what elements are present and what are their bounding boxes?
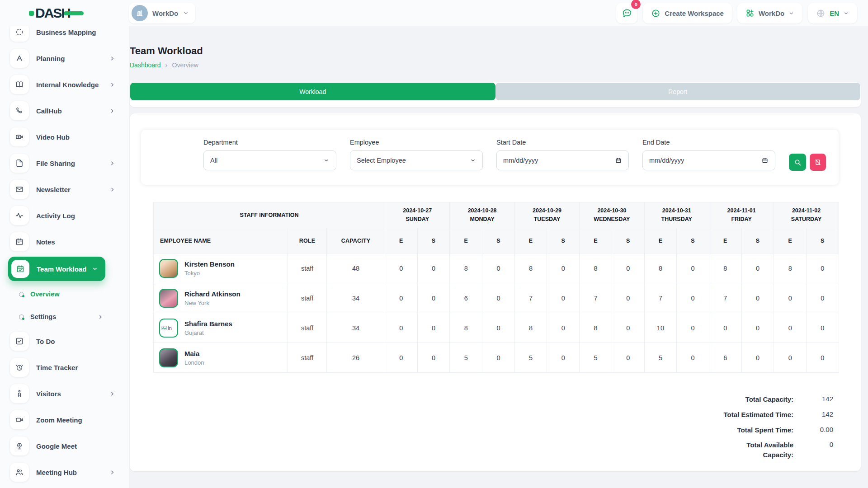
value-cell: 8 (709, 253, 741, 283)
value-cell: 0 (741, 313, 774, 343)
day-header-friday: 2024-11-01FRIDAY (709, 202, 774, 228)
sidebar-item-label: Video Hub (36, 133, 115, 141)
sidebar-item-team-workload[interactable]: Team Workload (8, 257, 105, 281)
value-cell: 7 (644, 283, 677, 313)
value-cell: 0 (385, 313, 418, 343)
calendar-check-icon (11, 260, 29, 278)
activity-icon (10, 206, 29, 225)
staff-information-header: STAFF INFORMATION (154, 202, 385, 228)
sidebar-item-video-hub[interactable]: Video Hub (0, 124, 129, 150)
sidebar: Business Mapping Planning Internal Knowl… (0, 26, 129, 488)
sidebar-item-visitors[interactable]: Visitors (0, 380, 129, 407)
sidebar-item-planning[interactable]: Planning (0, 45, 129, 71)
value-cell: 0 (547, 283, 580, 313)
workspace-selector[interactable]: WorkDo (129, 3, 195, 23)
sidebar-item-business-mapping[interactable]: Business Mapping (0, 26, 129, 45)
capacity-cell: 34 (327, 313, 385, 343)
role-cell: staff (288, 343, 327, 373)
phone-icon (10, 101, 29, 120)
reset-button[interactable] (810, 154, 826, 171)
capacity-cell: 48 (327, 253, 385, 283)
logo-dot (29, 11, 34, 16)
sidebar-item-internal-knowledge[interactable]: Internal Knowledge (0, 71, 129, 98)
sidebar-item-newsletter[interactable]: Newsletter (0, 176, 129, 202)
capacity-cell: 34 (327, 283, 385, 313)
table-row: Richard Atkinson New York staff 34 00 60… (154, 283, 839, 313)
employee-location: New York (184, 300, 241, 306)
value-cell: 0 (482, 283, 515, 313)
book-icon (10, 75, 29, 94)
sidebar-item-file-sharing[interactable]: File Sharing (0, 150, 129, 176)
total-label: Total Available Capacity: (683, 440, 793, 460)
breadcrumb-dashboard-link[interactable]: Dashboard (130, 61, 161, 69)
chevron-down-icon (470, 157, 476, 164)
sidebar-item-to-do[interactable]: To Do (0, 328, 129, 354)
col-e: E (385, 228, 418, 253)
col-s: S (482, 228, 515, 253)
value-cell: 0 (677, 283, 709, 313)
sidebar-item-callhub[interactable]: CallHub (0, 98, 129, 124)
value-cell: 8 (450, 253, 482, 283)
value-cell: 0 (774, 343, 807, 373)
col-role: ROLE (288, 228, 327, 253)
video-camera-icon (10, 410, 29, 429)
messages-button[interactable]: 0 (616, 3, 637, 23)
calendar-icon (761, 157, 769, 164)
sidebar-item-google-meet[interactable]: Google Meet (0, 433, 129, 459)
end-date-input[interactable]: mm/dd/yyyy (642, 150, 775, 170)
tab-report[interactable]: Report (495, 83, 861, 100)
value-cell: 0 (612, 313, 644, 343)
sidebar-item-notes[interactable]: Notes (0, 229, 129, 255)
logo-zone: DASH (0, 5, 129, 21)
sidebar-item-label: Zoom Meeting (36, 416, 115, 424)
value-cell: 7 (580, 283, 612, 313)
sidebar-item-feedback[interactable]: Feedback (0, 485, 129, 488)
planning-icon (10, 49, 29, 68)
employee-select[interactable]: Select Employee (350, 150, 483, 170)
sidebar-subitem-settings[interactable]: Settings (0, 305, 129, 328)
total-spent-row: Total Spent Time: 0.00 (683, 425, 833, 435)
chat-icon (622, 8, 632, 19)
sidebar-item-label: Planning (36, 55, 109, 62)
value-cell: 8 (514, 313, 547, 343)
plus-circle-icon (651, 9, 660, 18)
workspace-menu-button[interactable]: WorkDo (737, 3, 802, 23)
breadcrumb-separator-icon: › (165, 61, 168, 69)
col-e: E (709, 228, 741, 253)
messages-badge: 0 (631, 0, 641, 9)
value-cell: 5 (644, 343, 677, 373)
calendar-note-icon (10, 232, 29, 251)
department-select[interactable]: All (203, 150, 336, 170)
building-icon (132, 5, 148, 21)
col-e: E (580, 228, 612, 253)
role-cell: staff (288, 313, 327, 343)
value-cell: 0 (385, 253, 418, 283)
col-s: S (612, 228, 644, 253)
search-button[interactable] (789, 154, 806, 171)
day-header-wednesday: 2024-10-30WEDNESDAY (580, 202, 644, 228)
sidebar-item-meeting-hub[interactable]: Meeting Hub (0, 459, 129, 485)
value-cell: 0 (807, 313, 839, 343)
table-row: Maia London staff 26 00 50 50 50 50 60 0… (154, 343, 839, 373)
sidebar-item-label: Google Meet (36, 442, 115, 450)
total-label: Total Spent Time: (683, 425, 793, 435)
sidebar-item-zoom-meeting[interactable]: Zoom Meeting (0, 407, 129, 433)
search-icon (794, 159, 802, 166)
create-workspace-button[interactable]: Create Workspace (643, 3, 732, 23)
language-selector[interactable]: EN (808, 3, 857, 23)
employee-location: London (184, 359, 204, 366)
chevron-right-icon (109, 160, 115, 166)
value-cell: 0 (677, 313, 709, 343)
tab-workload[interactable]: Workload (130, 83, 495, 100)
sidebar-item-time-tracker[interactable]: Time Tracker (0, 354, 129, 380)
total-estimated-row: Total Estimated Time: 142 (683, 410, 833, 420)
end-date-field: End Date mm/dd/yyyy (642, 139, 775, 185)
alarm-clock-icon (10, 358, 29, 377)
col-capacity: CAPACITY (327, 228, 385, 253)
start-date-input[interactable]: mm/dd/yyyy (496, 150, 629, 170)
avatar (159, 289, 178, 308)
value-cell: 0 (417, 313, 450, 343)
workspace-label: WorkDo (152, 9, 178, 17)
sidebar-subitem-overview[interactable]: Overview (0, 283, 129, 305)
sidebar-item-activity-log[interactable]: Activity Log (0, 202, 129, 229)
